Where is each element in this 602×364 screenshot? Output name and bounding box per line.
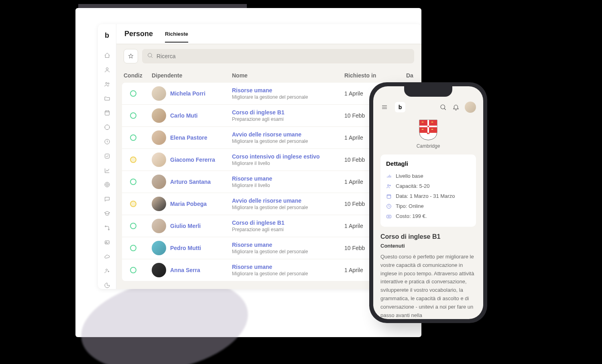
detail-cost: Costo: 199 €. <box>386 211 470 221</box>
favorite-button[interactable] <box>124 49 138 63</box>
status-indicator <box>130 157 136 163</box>
search-box[interactable] <box>142 49 414 63</box>
phone-mockup: b <box>369 82 487 323</box>
app-logo: b <box>105 31 109 40</box>
folder-icon[interactable] <box>104 95 111 102</box>
target-icon[interactable] <box>104 181 111 188</box>
svg-rect-19 <box>419 127 427 133</box>
svg-point-9 <box>107 185 107 185</box>
institution-crest: Cambridge <box>380 119 476 149</box>
detail-cost-text: Costo: 199 €. <box>396 213 427 219</box>
phone-header: b <box>380 102 476 113</box>
person-icon[interactable] <box>104 66 111 73</box>
money-icon <box>386 214 392 219</box>
svg-point-8 <box>106 183 108 186</box>
svg-point-0 <box>106 67 108 69</box>
search-input[interactable] <box>157 53 409 59</box>
avatar <box>152 219 166 233</box>
svg-rect-26 <box>387 194 390 198</box>
detail-capacity: Capacità: 5-20 <box>386 181 470 191</box>
avatar[interactable] <box>465 102 476 113</box>
chat-icon[interactable] <box>104 195 111 203</box>
bell-icon[interactable] <box>452 103 460 111</box>
avatar <box>152 86 166 101</box>
menu-icon[interactable] <box>380 103 388 111</box>
crest-shield <box>419 119 438 141</box>
page-title: Persone <box>124 30 153 44</box>
detail-date-text: Data: 1 Marzo - 31 Marzo <box>396 193 455 199</box>
employee-name[interactable]: Anna Serra <box>170 267 200 273</box>
svg-point-16 <box>441 105 445 109</box>
tab-richieste[interactable]: Richieste <box>165 31 188 43</box>
svg-point-29 <box>388 216 390 217</box>
status-indicator <box>130 245 136 251</box>
detail-level-text: Livello base <box>396 173 423 179</box>
detail-date: Data: 1 Marzo - 31 Marzo <box>386 191 470 201</box>
people-icon <box>386 183 392 189</box>
col-header-nome: Nome <box>232 72 344 79</box>
col-header-dipendente: Dipendente <box>152 72 232 79</box>
employee-name[interactable]: Giacomo Fererra <box>170 157 215 163</box>
pie-icon[interactable] <box>104 282 111 289</box>
svg-point-2 <box>108 83 109 84</box>
course-title: Corso di inglese B1 <box>380 233 476 240</box>
phone-screen: b <box>373 86 483 319</box>
course-subtitle: Migliorare il livello <box>232 183 344 188</box>
calendar-icon[interactable] <box>104 109 111 116</box>
avatar <box>152 263 166 277</box>
home-icon[interactable] <box>104 52 111 59</box>
course-link[interactable]: Avvio delle risorse umane <box>232 197 344 204</box>
svg-rect-21 <box>427 120 429 139</box>
svg-point-10 <box>105 226 106 227</box>
course-link[interactable]: Risorse umane <box>232 175 344 182</box>
image-icon[interactable] <box>104 239 111 246</box>
status-indicator <box>130 201 136 207</box>
detail-capacity-text: Capacità: 5-20 <box>396 183 430 189</box>
svg-rect-17 <box>419 120 427 126</box>
course-link[interactable]: Avvio delle risorse umane <box>232 131 344 138</box>
course-link[interactable]: Risorse umane <box>232 264 344 270</box>
svg-rect-20 <box>429 127 437 133</box>
flow-icon[interactable] <box>104 224 111 232</box>
cloud-icon[interactable] <box>104 253 111 260</box>
employee-name[interactable]: Carlo Muti <box>170 112 197 119</box>
col-header-da: Da <box>406 72 414 79</box>
employee-name[interactable]: Giulio Merli <box>170 223 201 229</box>
course-subtitle: Preparazione agli esami <box>232 116 344 122</box>
clock-icon[interactable] <box>104 138 111 145</box>
user-add-icon[interactable] <box>104 267 111 275</box>
details-title: Dettagli <box>386 160 470 167</box>
employee-name[interactable]: Pedro Mutti <box>170 245 201 251</box>
course-link[interactable]: Corso intensivo di inglese estivo <box>232 153 344 160</box>
course-subtitle: Migliorare la gestione del personale <box>232 205 344 210</box>
top-header: Persone Richieste <box>116 24 421 44</box>
grad-icon[interactable] <box>104 210 111 217</box>
toolbar <box>116 44 421 68</box>
avatar <box>152 241 166 255</box>
people-icon[interactable] <box>104 81 111 88</box>
course-link[interactable]: Corso di inglese B1 <box>232 109 344 116</box>
details-card: Dettagli Livello base Capacità: 5-20 Dat… <box>380 155 476 227</box>
compass-icon[interactable] <box>104 124 111 131</box>
employee-name[interactable]: Maria Pobega <box>170 201 207 207</box>
svg-point-1 <box>106 82 107 84</box>
employee-name[interactable]: Arturo Santana <box>170 179 211 185</box>
course-link[interactable]: Risorse umane <box>232 242 344 248</box>
employee-name[interactable]: Elena Pastore <box>170 134 207 141</box>
detail-level: Livello base <box>386 171 470 181</box>
phone-logo: b <box>395 102 405 112</box>
course-link[interactable]: Risorse umane <box>232 87 344 94</box>
status-indicator <box>130 112 136 119</box>
course-link[interactable]: Corso di inglese B1 <box>232 220 344 226</box>
phone-search-icon[interactable] <box>439 103 447 111</box>
course-subtitle: Migliorare la gestione del personale <box>232 138 344 144</box>
crest-label: Cambridge <box>417 143 440 149</box>
employee-name[interactable]: Michela Porri <box>170 90 205 97</box>
svg-point-24 <box>388 184 389 186</box>
course-subtitle: Migliorare la gestione del personale <box>232 271 344 277</box>
sidebar: b <box>98 24 116 289</box>
chart-icon[interactable] <box>104 167 111 174</box>
check-icon[interactable] <box>104 153 111 160</box>
level-icon <box>386 173 392 179</box>
svg-point-13 <box>106 242 107 242</box>
